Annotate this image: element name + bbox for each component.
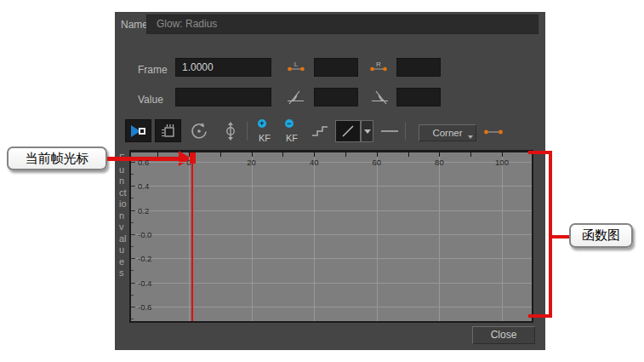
- corner-dropdown-button[interactable]: Corner: [419, 124, 476, 141]
- y-major-tick: [131, 258, 135, 259]
- ruler-tick: [220, 152, 221, 157]
- function-editor-dialog: Name Glow: Radius Frame 1.0000 L R Value: [115, 12, 545, 350]
- name-label: Name: [121, 19, 148, 31]
- x-tick-label: 40: [310, 158, 319, 167]
- y-minor-tick: [131, 246, 134, 247]
- reset-view-vertically-button[interactable]: [220, 121, 241, 141]
- y-minor-tick: [131, 174, 134, 175]
- toolbar-separator: [405, 122, 406, 141]
- flat-segment-button[interactable]: [380, 120, 399, 142]
- vertical-gridline: [377, 152, 378, 321]
- ruler-tick: [377, 152, 378, 157]
- y-major-tick: [131, 307, 135, 307]
- vertical-fit-icon: [220, 121, 241, 141]
- left-ease-input[interactable]: [314, 88, 358, 106]
- linear-line-icon: [339, 123, 356, 140]
- y-major-tick: [131, 162, 135, 163]
- minus-badge-icon: −: [285, 119, 294, 128]
- reset-view-button[interactable]: [188, 121, 210, 141]
- y-minor-tick: [131, 198, 134, 198]
- current-frame-cursor-callout: 当前帧光标: [7, 147, 107, 170]
- ruler-tick: [252, 152, 253, 157]
- remove-keyframe-button[interactable]: − KF: [282, 119, 302, 143]
- remove-keyframe-label: KF: [282, 133, 302, 143]
- close-button[interactable]: Close: [472, 326, 535, 344]
- function-graph-bracket: [549, 151, 552, 318]
- y-major-tick: [131, 210, 135, 211]
- linear-segment-button[interactable]: [483, 126, 504, 138]
- grid-icon: [160, 123, 176, 139]
- add-keyframe-button[interactable]: + KF: [254, 119, 275, 143]
- y-tick-label: -0.0: [138, 230, 151, 239]
- ruler-tick: [502, 152, 503, 157]
- segment-type-dropdown-arrow[interactable]: [361, 120, 373, 142]
- y-axis-title: Function values: [119, 152, 127, 279]
- chevron-down-icon: [364, 129, 371, 134]
- x-tick-label: 80: [435, 158, 444, 167]
- y-minor-tick: [131, 295, 134, 296]
- ruler-tick: [408, 152, 409, 157]
- ruler-tick: [470, 152, 471, 157]
- ruler-tick: [345, 152, 346, 157]
- flat-line-icon: [380, 129, 399, 134]
- y-major-tick: [131, 186, 135, 187]
- plus-badge-icon: +: [258, 119, 266, 128]
- y-tick-label: 0.6: [138, 158, 149, 167]
- reset-view-icon: [189, 121, 209, 141]
- y-major-tick: [131, 283, 135, 284]
- ease-out-angle-icon: [369, 89, 390, 105]
- value-label: Value: [138, 94, 163, 106]
- current-frame-cursor-line: [191, 150, 193, 321]
- step-icon: [311, 124, 329, 138]
- function-graph-callout: 函数图: [569, 223, 633, 248]
- x-tick-label: 100: [495, 158, 509, 167]
- vertical-gridline: [439, 152, 440, 321]
- left-handle-icon: L: [287, 60, 305, 73]
- segment-dots-icon: [483, 127, 504, 137]
- bracket-top-arm: [528, 151, 549, 154]
- vertical-gridline: [502, 152, 503, 321]
- y-tick-label: 0.4: [138, 181, 149, 191]
- bracket-bottom-arm: [528, 314, 549, 318]
- y-minor-tick: [131, 270, 134, 271]
- y-major-tick: [131, 234, 135, 235]
- left-handle-letter: L: [294, 60, 299, 68]
- right-ease-input[interactable]: [396, 88, 441, 106]
- x-tick-label: 60: [373, 158, 382, 167]
- corner-dropdown-label: Corner: [432, 128, 462, 138]
- add-keyframe-label: KF: [254, 133, 275, 143]
- current-frame-cursor[interactable]: [190, 150, 196, 164]
- y-minor-tick: [131, 222, 134, 223]
- step-hold-button[interactable]: [310, 124, 330, 139]
- name-field[interactable]: Glow: Radius: [146, 14, 539, 34]
- vertical-gridline: [314, 152, 315, 321]
- show-grid-button[interactable]: [155, 119, 181, 142]
- ease-in-angle-icon: [286, 89, 306, 105]
- stop-square-icon: [139, 128, 145, 135]
- ruler-tick: [157, 152, 158, 157]
- x-tick-label: 20: [247, 158, 256, 167]
- y-tick-label: -0.4: [138, 279, 151, 288]
- ruler-tick: [439, 152, 440, 157]
- vertical-gridline: [189, 152, 190, 321]
- frame-input[interactable]: 1.0000: [175, 58, 271, 77]
- y-tick-label: -0.2: [138, 254, 151, 263]
- screenshot: Name Glow: Radius Frame 1.0000 L R Value: [0, 0, 644, 362]
- right-handle-icon: R: [369, 60, 388, 73]
- value-input[interactable]: [175, 88, 271, 106]
- left-frame-input[interactable]: [314, 58, 358, 77]
- y-tick-label: -0.6: [138, 302, 151, 312]
- ruler-tick: [282, 152, 283, 157]
- function-graph-plot[interactable]: 0204060801000.60.40.2-0.0-0.2-0.4-0.6: [129, 150, 533, 323]
- bracket-connector: [552, 235, 569, 238]
- segment-type-dropdown[interactable]: [335, 120, 361, 142]
- y-tick-label: 0.2: [138, 206, 149, 215]
- y-minor-tick: [131, 319, 134, 319]
- right-handle-letter: R: [376, 60, 381, 68]
- frame-label: Frame: [138, 64, 168, 76]
- play-button[interactable]: [125, 119, 151, 142]
- vertical-gridline: [252, 152, 253, 321]
- chevron-down-icon: [468, 135, 473, 139]
- ruler-tick: [314, 152, 315, 157]
- right-frame-input[interactable]: [396, 58, 441, 77]
